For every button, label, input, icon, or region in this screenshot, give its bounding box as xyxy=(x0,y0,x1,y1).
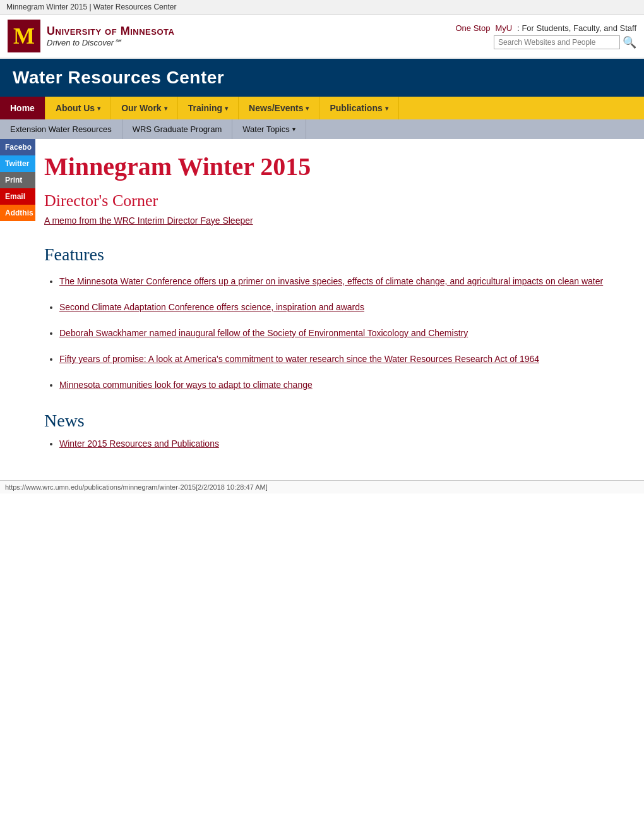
myu-link[interactable]: MyU xyxy=(495,23,512,33)
nav-home[interactable]: Home xyxy=(0,97,45,119)
search-bar: 🔍 xyxy=(494,35,636,49)
wrc-title: Water Resources Center xyxy=(13,68,631,88)
list-item: The Minnesota Water Conference offers up… xyxy=(59,275,625,288)
addthis-button[interactable]: Addthis xyxy=(0,205,35,221)
news-heading: News xyxy=(44,411,625,431)
feature-link-4[interactable]: Fifty years of promise: A look at Americ… xyxy=(59,354,539,364)
feature-link-3[interactable]: Deborah Swackhamer named inaugural fello… xyxy=(59,328,468,338)
print-button[interactable]: Print xyxy=(0,172,35,188)
university-tagline: Driven to Discover℠ xyxy=(47,38,174,47)
search-input[interactable] xyxy=(494,35,620,49)
list-item: Deborah Swackhamer named inaugural fello… xyxy=(59,327,625,340)
main-nav: Home About Us ▾ Our Work ▾ Training ▾ Ne… xyxy=(0,97,644,119)
feature-link-5[interactable]: Minnesota communities look for ways to a… xyxy=(59,380,313,390)
nav-about-us[interactable]: About Us ▾ xyxy=(45,97,111,119)
list-item: Winter 2015 Resources and Publications xyxy=(59,438,625,449)
list-item: Minnesota communities look for ways to a… xyxy=(59,378,625,392)
page-content-wrapper: Facebo Twitter Print Email Addthis Minne… xyxy=(0,139,644,468)
status-bar: https://www.wrc.umn.edu/publications/min… xyxy=(0,480,644,493)
twitter-button[interactable]: Twitter xyxy=(0,155,35,172)
university-header: M University of Minnesota Driven to Disc… xyxy=(0,15,644,59)
search-button[interactable]: 🔍 xyxy=(623,35,636,49)
facebook-button[interactable]: Facebo xyxy=(0,139,35,155)
list-item: Fifty years of promise: A look at Americ… xyxy=(59,353,625,366)
directors-corner-link[interactable]: A memo from the WRC Interim Director Fay… xyxy=(44,215,253,226)
feature-link-2[interactable]: Second Climate Adaptation Conference off… xyxy=(59,302,364,312)
training-arrow: ▾ xyxy=(225,105,228,112)
email-button[interactable]: Email xyxy=(0,188,35,205)
news-events-arrow: ▾ xyxy=(306,105,309,112)
our-work-arrow: ▾ xyxy=(164,105,167,112)
list-item: Second Climate Adaptation Conference off… xyxy=(59,301,625,314)
nav-training[interactable]: Training ▾ xyxy=(178,97,239,119)
features-list: The Minnesota Water Conference offers up… xyxy=(44,275,625,392)
social-sidebar: Facebo Twitter Print Email Addthis xyxy=(0,139,35,221)
directors-corner-heading: Director's Corner xyxy=(44,191,625,210)
news-list: Winter 2015 Resources and Publications xyxy=(44,438,625,449)
sub-nav-extension-water[interactable]: Extension Water Resources xyxy=(0,119,122,139)
sub-nav-water-topics[interactable]: Water Topics ▾ xyxy=(232,119,306,139)
news-section: News Winter 2015 Resources and Publicati… xyxy=(44,411,625,449)
nav-news-events[interactable]: News/Events ▾ xyxy=(239,97,319,119)
directors-corner: Director's Corner A memo from the WRC In… xyxy=(44,191,625,226)
sub-nav-wrs-graduate[interactable]: WRS Graduate Program xyxy=(122,119,233,139)
nav-our-work[interactable]: Our Work ▾ xyxy=(111,97,178,119)
sub-nav: Extension Water Resources WRS Graduate P… xyxy=(0,119,644,139)
features-heading: Features xyxy=(44,245,625,265)
about-us-arrow: ▾ xyxy=(97,105,100,112)
university-top-links: One Stop MyU : For Students, Faculty, an… xyxy=(456,23,637,49)
university-name: University of Minnesota Driven to Discov… xyxy=(47,25,174,47)
page-title: Minnegram Winter 2015 xyxy=(44,152,625,181)
university-name-top: University of Minnesota xyxy=(47,25,174,38)
logo-m-icon: M xyxy=(8,20,40,52)
nav-publications[interactable]: Publications ▾ xyxy=(319,97,398,119)
features-section: Features The Minnesota Water Conference … xyxy=(44,245,625,392)
news-link-1[interactable]: Winter 2015 Resources and Publications xyxy=(59,438,219,449)
top-link-group: One Stop MyU : For Students, Faculty, an… xyxy=(456,23,637,33)
water-topics-arrow: ▾ xyxy=(292,126,295,133)
university-logo: M University of Minnesota Driven to Disc… xyxy=(8,20,174,52)
browser-tab-title: Minnegram Winter 2015 | Water Resources … xyxy=(0,0,644,15)
feature-link-1[interactable]: The Minnesota Water Conference offers up… xyxy=(59,276,603,286)
one-stop-link[interactable]: One Stop xyxy=(456,23,491,33)
wrc-banner: Water Resources Center xyxy=(0,59,644,97)
for-students-label: : For Students, Faculty, and Staff xyxy=(517,23,636,33)
publications-arrow: ▾ xyxy=(385,105,388,112)
main-content: Minnegram Winter 2015 Director's Corner … xyxy=(0,139,644,468)
